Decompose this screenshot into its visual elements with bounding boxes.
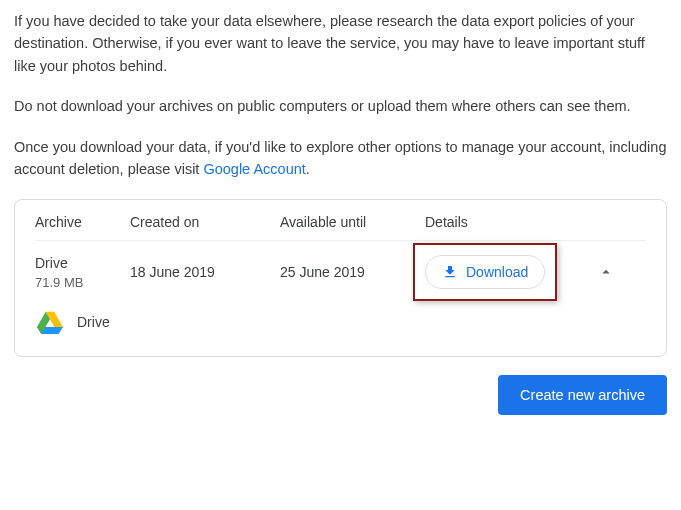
google-account-link[interactable]: Google Account	[203, 161, 305, 177]
archive-available-date: 25 June 2019	[280, 264, 425, 280]
col-header-available: Available until	[280, 214, 425, 230]
download-button-label: Download	[466, 264, 528, 280]
archive-card: Archive Created on Available until Detai…	[14, 199, 667, 357]
intro-text-block: If you have decided to take your data el…	[14, 10, 667, 181]
archive-size: 71.9 MB	[35, 275, 130, 290]
chevron-up-icon[interactable]	[597, 263, 615, 281]
intro-p3-prefix: Once you download your data, if you'd li…	[14, 139, 666, 177]
intro-paragraph-3: Once you download your data, if you'd li…	[14, 136, 667, 181]
intro-paragraph-2: Do not download your archives on public …	[14, 95, 667, 117]
archive-table-header: Archive Created on Available until Detai…	[35, 214, 646, 241]
col-header-created: Created on	[130, 214, 280, 230]
download-button[interactable]: Download	[425, 255, 545, 289]
download-icon	[442, 264, 458, 280]
table-row: Drive 71.9 MB 18 June 2019 25 June 2019 …	[35, 241, 646, 306]
drive-icon	[37, 310, 63, 334]
service-row: Drive	[35, 306, 646, 334]
archive-name-cell: Drive 71.9 MB	[35, 255, 130, 290]
footer-actions: Create new archive	[14, 375, 667, 415]
archive-created-date: 18 June 2019	[130, 264, 280, 280]
create-new-archive-button[interactable]: Create new archive	[498, 375, 667, 415]
col-header-details: Details	[425, 214, 575, 230]
archive-name: Drive	[35, 255, 130, 271]
intro-paragraph-1: If you have decided to take your data el…	[14, 10, 667, 77]
service-name: Drive	[77, 314, 110, 330]
col-header-archive: Archive	[35, 214, 130, 230]
intro-p3-suffix: .	[306, 161, 310, 177]
